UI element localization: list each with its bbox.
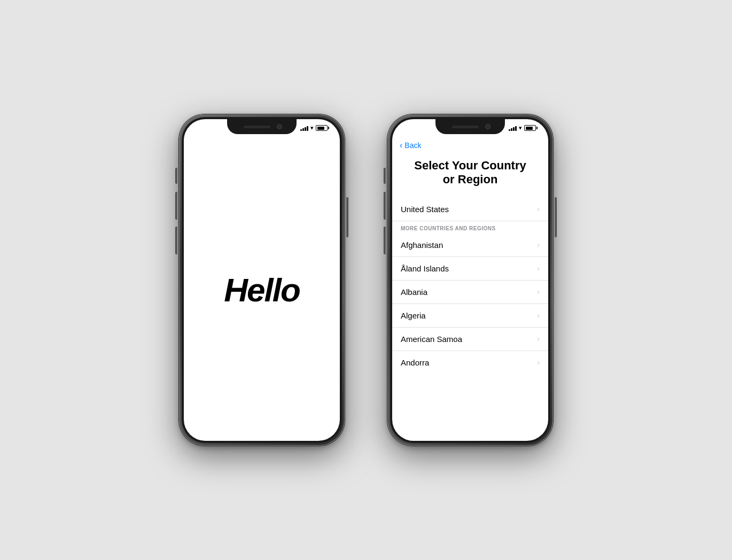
phone-1: ▾ Hello	[179, 114, 345, 446]
phone-2-inner: ▾ ‹ Back Select	[390, 117, 550, 443]
country-name-1: Åland Islands	[401, 264, 449, 273]
wifi-icon-2: ▾	[519, 125, 522, 131]
title-line2: or Region	[443, 173, 498, 186]
battery-fill-1	[317, 127, 325, 130]
wifi-icon-1: ▾	[310, 125, 314, 131]
battery-tip-1	[328, 127, 329, 129]
phone-1-inner: ▾ Hello	[182, 117, 342, 443]
phone-2-screen: ▾ ‹ Back Select	[392, 119, 548, 441]
more-countries-header: MORE COUNTRIES AND REGIONS	[392, 221, 548, 234]
notch-2	[435, 119, 505, 134]
country-item-3[interactable]: Algeria ›	[392, 304, 548, 328]
country-item-us[interactable]: United States ›	[392, 198, 548, 221]
bar1	[300, 129, 302, 131]
mute-button-2	[384, 168, 386, 184]
volume-up-button	[175, 192, 177, 220]
country-name-5: Andorra	[401, 358, 429, 367]
scene: ▾ Hello	[0, 0, 732, 560]
country-name-3: Algeria	[401, 311, 426, 320]
back-chevron-icon: ‹	[400, 141, 402, 150]
country-list: United States › MORE COUNTRIES AND REGIO…	[392, 198, 548, 441]
chevron-icon-1: ›	[537, 264, 540, 273]
chevron-icon-5: ›	[537, 358, 540, 367]
country-selection-title: Select Your Country or Region	[392, 152, 548, 198]
country-name-0: Afghanistan	[401, 240, 443, 250]
battery-fill-2	[526, 127, 533, 130]
status-icons-2: ▾	[509, 123, 538, 131]
country-item-4[interactable]: American Samoa ›	[392, 328, 548, 351]
chevron-icon-4: ›	[537, 335, 540, 343]
battery-tip-2	[536, 127, 538, 129]
bar4-2	[515, 126, 517, 131]
speaker-1	[244, 126, 270, 128]
country-item-0[interactable]: Afghanistan ›	[392, 234, 548, 257]
camera-1	[277, 124, 282, 129]
country-name-us: United States	[401, 205, 449, 214]
country-item-5[interactable]: Andorra ›	[392, 351, 548, 374]
back-button[interactable]: ‹ Back	[392, 138, 548, 152]
chevron-icon-0: ›	[537, 240, 540, 249]
status-icons-1: ▾	[300, 123, 329, 131]
mute-button	[175, 168, 177, 184]
battery-icon-1	[316, 125, 329, 131]
bar2	[302, 128, 304, 131]
phone-2: ▾ ‹ Back Select	[387, 114, 553, 446]
title-line1: Select Your Country	[414, 159, 526, 172]
volume-down-button-2	[384, 227, 386, 254]
notch-1	[227, 119, 297, 134]
bar3-2	[513, 127, 515, 131]
camera-2	[485, 124, 490, 129]
signal-icon-2	[509, 125, 517, 131]
bar3	[305, 127, 306, 131]
volume-up-button-2	[384, 192, 386, 220]
bar2-2	[511, 128, 512, 131]
country-name-4: American Samoa	[401, 335, 462, 344]
country-name-2: Albania	[401, 287, 427, 297]
battery-body-2	[524, 125, 536, 131]
country-item-1[interactable]: Åland Islands ›	[392, 257, 548, 281]
phone-1-screen: ▾ Hello	[184, 119, 340, 441]
chevron-icon-2: ›	[537, 287, 540, 296]
power-button-2	[555, 197, 557, 237]
hello-screen: Hello	[184, 138, 340, 441]
chevron-icon-3: ›	[537, 311, 540, 320]
chevron-icon-us: ›	[537, 205, 540, 213]
speaker-2	[452, 126, 479, 128]
signal-icon-1	[300, 125, 308, 131]
bar1-2	[509, 129, 510, 131]
back-label: Back	[404, 141, 421, 150]
bar4	[307, 126, 308, 131]
volume-down-button	[175, 227, 177, 254]
battery-body-1	[316, 125, 328, 131]
battery-icon-2	[524, 125, 538, 131]
power-button	[346, 197, 348, 237]
country-item-2[interactable]: Albania ›	[392, 281, 548, 304]
hello-text: Hello	[224, 271, 300, 309]
